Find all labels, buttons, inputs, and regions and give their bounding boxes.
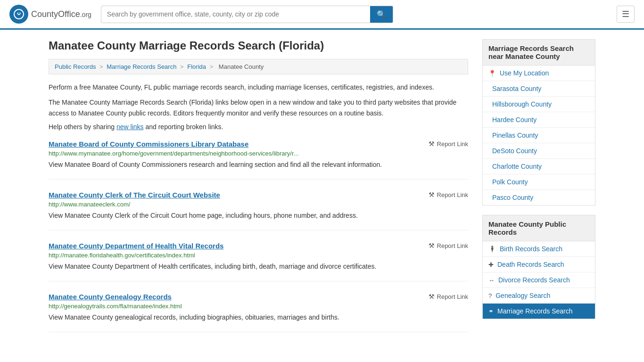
result-title-row: Manatee County Clerk of The Circuit Cour… (49, 191, 468, 199)
logo-text: CountyOffice.org (31, 9, 91, 19)
search-button[interactable]: 🔍 (370, 6, 393, 23)
sidebar-nearby-item-5[interactable]: DeSoto County (483, 143, 595, 159)
result-description: View Manatee County Department of Health… (49, 262, 468, 272)
page-title: Manatee County Marriage Records Search (… (49, 39, 468, 52)
sidebar-nearby-item-1[interactable]: Sarasota County (483, 81, 595, 97)
main-container: Manatee County Marriage Records Search (… (39, 30, 605, 353)
result-title-row: Manatee County Genealogy Records ⚒ Repor… (49, 293, 468, 301)
report-icon: ⚒ (429, 293, 435, 300)
sidebar-nearby-item-2[interactable]: Hillsborough County (483, 97, 595, 112)
sidebar-nearby-item-4[interactable]: Pinellas County (483, 128, 595, 143)
sidebar-nearby-title: Marriage Records Search near Manatee Cou… (482, 39, 595, 66)
sidebar-public-records-item-3[interactable]: ? Genealogy Search (483, 288, 595, 304)
result-url[interactable]: http://manatee.floridahealth.gov/certifi… (49, 252, 468, 259)
sidebar-nearby-item-6[interactable]: Charlotte County (483, 159, 595, 174)
report-icon: ⚒ (429, 140, 435, 148)
report-link-button[interactable]: ⚒ Report Link (429, 191, 468, 198)
new-links-link[interactable]: new links (116, 123, 144, 131)
sidebar-public-records-link[interactable]: Birth Records Search (500, 245, 562, 253)
description-para1: Perform a free Manatee County, FL public… (49, 82, 468, 92)
sidebar-nearby-link[interactable]: Hardee County (492, 116, 537, 123)
sidebar-nearby-item-3[interactable]: Hardee County (483, 112, 595, 128)
result-title-row: Manatee County Department of Health Vita… (49, 242, 468, 250)
svg-point-1 (18, 12, 20, 14)
result-title-link[interactable]: Manatee County Clerk of The Circuit Cour… (49, 191, 220, 199)
result-url[interactable]: http://www.manateeclerk.com/ (49, 201, 468, 208)
logo-icon (9, 5, 28, 24)
search-icon: 🔍 (377, 10, 386, 18)
result-url[interactable]: http://genealogytrails.com/fla/manatee/i… (49, 303, 468, 310)
header: CountyOffice.org 🔍 ☰ (0, 0, 644, 30)
sidebar-nearby-link[interactable]: Use My Location (500, 69, 549, 77)
content-area: Manatee County Marriage Records Search (… (49, 39, 468, 344)
result-title-link[interactable]: Manatee County Genealogy Records (49, 293, 172, 301)
sidebar-public-records-title: Manatee County Public Records (482, 215, 595, 241)
sidebar-nearby-item-8[interactable]: Pasco County (483, 190, 595, 205)
sidebar: Marriage Records Search near Manatee Cou… (482, 39, 595, 344)
result-description: View Manatee County Clerk of the Circuit… (49, 211, 468, 221)
sidebar-public-records-list: 🕴 Birth Records Search ✚ Death Records S… (482, 241, 595, 319)
result-title-row: Manatee Board of County Commissioners Li… (49, 140, 468, 148)
sidebar-public-records-item-1[interactable]: ✚ Death Records Search (483, 257, 595, 272)
sidebar-item-icon: ? (488, 292, 492, 299)
menu-icon: ☰ (622, 9, 629, 19)
sidebar-nearby-section: Marriage Records Search near Manatee Cou… (482, 39, 595, 206)
result-description: View Manatee County genealogical records… (49, 313, 468, 322)
breadcrumb-current: Manatee County (219, 63, 264, 70)
report-link-button[interactable]: ⚒ Report Link (429, 293, 468, 300)
report-link-label: Report Link (437, 191, 468, 198)
sidebar-item-icon: ↔ (488, 277, 495, 284)
sidebar-nearby-link[interactable]: Charlotte County (492, 163, 542, 170)
sidebar-item-icon: ✚ (488, 261, 494, 268)
search-bar: 🔍 (101, 6, 393, 23)
sidebar-public-records-item-2[interactable]: ↔ Divorce Records Search (483, 272, 595, 288)
sidebar-nearby-item-7[interactable]: Polk County (483, 174, 595, 190)
report-link-button[interactable]: ⚒ Report Link (429, 242, 468, 249)
share-text: Help others by sharing new links and rep… (49, 123, 468, 131)
sidebar-public-records-item-4[interactable]: ⚭ Marriage Records Search (483, 304, 595, 319)
breadcrumb-public-records[interactable]: Public Records (55, 63, 96, 70)
sidebar-nearby-item-0[interactable]: 📍 Use My Location (483, 66, 595, 81)
result-item: Manatee County Clerk of The Circuit Cour… (49, 191, 468, 230)
sidebar-public-records-link[interactable]: Marriage Records Search (497, 307, 573, 315)
report-icon: ⚒ (429, 242, 435, 249)
sidebar-public-records-link[interactable]: Divorce Records Search (498, 276, 570, 284)
sidebar-item-icon: ⚭ (488, 308, 494, 315)
breadcrumb: Public Records > Marriage Records Search… (49, 59, 468, 74)
sidebar-nearby-link[interactable]: Pasco County (492, 194, 533, 201)
sidebar-public-records-item-0[interactable]: 🕴 Birth Records Search (483, 241, 595, 257)
report-link-button[interactable]: ⚒ Report Link (429, 140, 468, 148)
logo-link[interactable]: CountyOffice.org (9, 5, 91, 24)
sidebar-nearby-link[interactable]: Polk County (492, 178, 528, 186)
result-url[interactable]: http://www.mymanatee.org/home/government… (49, 150, 468, 157)
result-item: Manatee County Genealogy Records ⚒ Repor… (49, 293, 468, 332)
sidebar-nearby-list: 📍 Use My Location Sarasota County Hillsb… (482, 66, 595, 206)
sidebar-item-icon: 📍 (488, 70, 496, 77)
sidebar-nearby-link[interactable]: DeSoto County (492, 147, 537, 155)
sidebar-public-records-link[interactable]: Death Records Search (497, 261, 564, 268)
result-item: Manatee County Department of Health Vita… (49, 242, 468, 281)
sidebar-public-records-section: Manatee County Public Records 🕴 Birth Re… (482, 215, 595, 319)
result-item: Manatee Board of County Commissioners Li… (49, 140, 468, 180)
search-input[interactable] (101, 7, 370, 22)
sidebar-nearby-link[interactable]: Hillsborough County (492, 100, 552, 108)
result-title-link[interactable]: Manatee Board of County Commissioners Li… (49, 140, 248, 148)
sidebar-nearby-link[interactable]: Sarasota County (492, 85, 541, 92)
report-link-label: Report Link (437, 293, 468, 300)
report-link-label: Report Link (437, 242, 468, 249)
breadcrumb-florida[interactable]: Florida (187, 63, 206, 70)
sidebar-item-icon: 🕴 (488, 246, 496, 253)
description-para2: The Manatee County Marriage Records Sear… (49, 97, 468, 118)
sidebar-public-records-link[interactable]: Genealogy Search (495, 292, 550, 299)
result-description: View Manatee Board of County Commissione… (49, 160, 468, 170)
menu-button[interactable]: ☰ (617, 6, 635, 23)
report-link-label: Report Link (437, 140, 468, 148)
sidebar-nearby-link[interactable]: Pinellas County (492, 132, 538, 139)
report-icon: ⚒ (429, 191, 435, 198)
results-list: Manatee Board of County Commissioners Li… (49, 140, 468, 332)
result-title-link[interactable]: Manatee County Department of Health Vita… (49, 242, 223, 250)
breadcrumb-marriage-records[interactable]: Marriage Records Search (107, 63, 176, 70)
